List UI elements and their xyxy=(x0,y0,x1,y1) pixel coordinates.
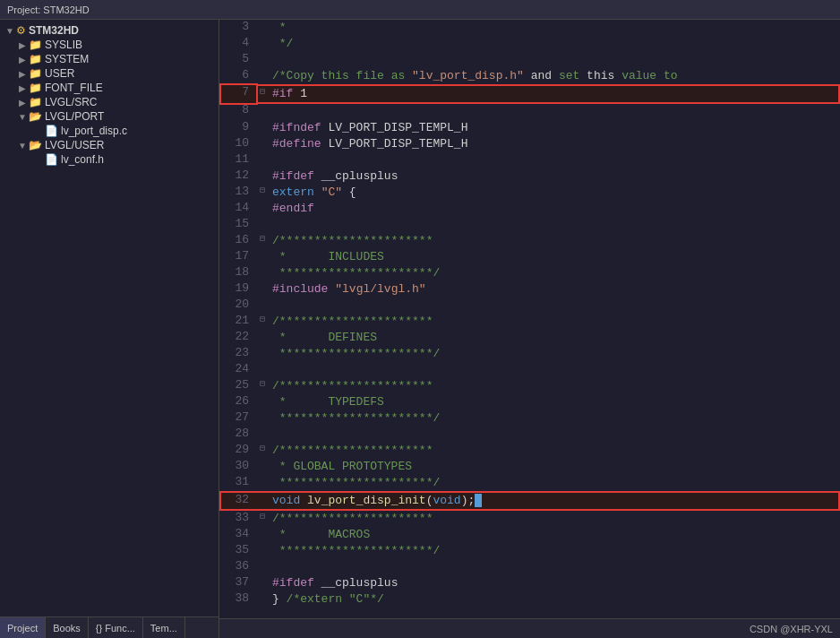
fold-icon[interactable] xyxy=(256,52,269,68)
table-row: 25 ⊟ /********************** xyxy=(220,378,839,394)
fold-icon[interactable] xyxy=(256,559,269,575)
fold-icon[interactable] xyxy=(256,346,269,362)
line-code xyxy=(269,152,839,168)
folder-icon-syslib: 📁 xyxy=(29,39,42,51)
table-row: 15 xyxy=(220,217,839,233)
sidebar-item-lvgl-port[interactable]: ▼ 📂 LVGL/PORT xyxy=(0,109,219,124)
line-number: 7 xyxy=(220,85,256,103)
line-number: 14 xyxy=(220,201,256,217)
fold-icon[interactable] xyxy=(256,459,269,475)
project-icon: ⚙ xyxy=(16,24,26,37)
fold-icon[interactable]: ⊟ xyxy=(256,443,269,459)
sidebar-item-lv-port-disp-c[interactable]: 📄 lv_port_disp.c xyxy=(0,124,219,138)
line-code: extern "C" { xyxy=(269,185,839,201)
table-row: 18 **********************/ xyxy=(220,265,839,281)
table-row: 23 **********************/ xyxy=(220,346,839,362)
fold-icon[interactable] xyxy=(256,394,269,410)
sidebar-label-font-file: FONT_FILE xyxy=(45,82,103,94)
fold-icon[interactable] xyxy=(256,427,269,443)
fold-icon[interactable] xyxy=(256,120,269,136)
fold-icon[interactable] xyxy=(256,543,269,559)
fold-icon[interactable] xyxy=(256,249,269,265)
line-number: 8 xyxy=(220,103,256,120)
fold-icon[interactable] xyxy=(256,591,269,608)
fold-icon[interactable] xyxy=(256,168,269,185)
fold-icon[interactable] xyxy=(256,281,269,297)
line-code: /********************** xyxy=(269,233,839,249)
fold-icon[interactable]: ⊟ xyxy=(256,510,269,527)
tab-template[interactable]: Tem... xyxy=(143,617,185,638)
sidebar: ▼ ⚙ STM32HD ▶ 📁 SYSLIB ▶ 📁 SYSTEM ▶ 📁 xyxy=(0,20,219,638)
tab-project-label: Project xyxy=(7,623,38,634)
line-number: 36 xyxy=(220,559,256,575)
fold-icon[interactable] xyxy=(256,217,269,233)
sidebar-item-font-file[interactable]: ▶ 📁 FONT_FILE xyxy=(0,81,219,95)
tab-project[interactable]: Project xyxy=(0,617,46,638)
sidebar-item-system[interactable]: ▶ 📁 SYSTEM xyxy=(0,52,219,66)
fold-icon[interactable]: ⊟ xyxy=(256,85,269,103)
line-number: 15 xyxy=(220,217,256,233)
fold-icon[interactable] xyxy=(256,36,269,52)
fold-icon[interactable] xyxy=(256,152,269,168)
line-code: #if 1 xyxy=(269,85,839,103)
table-row: 32 void lv_port_disp_init(void); xyxy=(220,492,839,510)
fold-icon[interactable]: ⊟ xyxy=(256,185,269,201)
status-bar: CSDN @XHR-YXL xyxy=(219,618,840,638)
line-number: 10 xyxy=(220,136,256,152)
line-code: * TYPEDEFS xyxy=(269,394,839,410)
line-code xyxy=(269,362,839,378)
fold-icon[interactable] xyxy=(256,475,269,492)
table-row: 27 **********************/ xyxy=(220,410,839,427)
sidebar-item-lvgl-src[interactable]: ▶ 📁 LVGL/SRC xyxy=(0,95,219,109)
sidebar-label-user: USER xyxy=(45,67,74,80)
file-icon-lv-port-disp-c: 📄 xyxy=(45,125,58,137)
sidebar-label-system: SYSTEM xyxy=(45,53,89,65)
sidebar-item-user[interactable]: ▶ 📁 USER xyxy=(0,66,219,81)
fold-icon[interactable] xyxy=(256,68,269,85)
sidebar-item-lvgl-user[interactable]: ▼ 📂 LVGL/USER xyxy=(0,138,219,152)
table-row: 24 xyxy=(220,362,839,378)
code-scroll[interactable]: 3 * 4 */ 5 xyxy=(219,20,840,618)
fold-icon[interactable] xyxy=(256,362,269,378)
fold-icon[interactable]: ⊟ xyxy=(256,378,269,394)
line-number: 32 xyxy=(220,492,256,510)
line-number: 22 xyxy=(220,330,256,346)
line-number: 23 xyxy=(220,346,256,362)
fold-icon[interactable] xyxy=(256,265,269,281)
tab-books[interactable]: Books xyxy=(46,617,89,638)
line-number: 21 xyxy=(220,314,256,330)
sidebar-item-stm32hd[interactable]: ▼ ⚙ STM32HD xyxy=(0,23,219,38)
line-code: #endif xyxy=(269,201,839,217)
fold-icon[interactable] xyxy=(256,410,269,427)
folder-icon-lvgl-user: 📂 xyxy=(29,139,42,151)
line-code xyxy=(269,427,839,443)
sidebar-label-lv-port-disp-c: lv_port_disp.c xyxy=(61,125,127,137)
fold-icon[interactable] xyxy=(256,103,269,120)
tab-func[interactable]: {} Func... xyxy=(89,617,143,638)
line-code: * xyxy=(269,20,839,36)
fold-icon[interactable]: ⊟ xyxy=(256,233,269,249)
expand-icon-system: ▶ xyxy=(16,55,29,65)
line-number: 31 xyxy=(220,475,256,492)
fold-icon[interactable]: ⊟ xyxy=(256,314,269,330)
fold-icon[interactable] xyxy=(256,297,269,314)
line-code: **********************/ xyxy=(269,543,839,559)
fold-icon[interactable] xyxy=(256,575,269,591)
fold-icon[interactable] xyxy=(256,20,269,36)
table-row: 34 * MACROS xyxy=(220,527,839,543)
sidebar-item-lv-conf-h[interactable]: 📄 lv_conf.h xyxy=(0,152,219,167)
title-bar-text: Project: STM32HD xyxy=(7,4,90,15)
fold-icon[interactable] xyxy=(256,136,269,152)
fold-icon[interactable] xyxy=(256,330,269,346)
fold-icon[interactable] xyxy=(256,492,269,510)
line-number: 16 xyxy=(220,233,256,249)
sidebar-label-lvgl-src: LVGL/SRC xyxy=(45,96,97,108)
line-number: 28 xyxy=(220,427,256,443)
expand-icon-lvgl-src: ▶ xyxy=(16,98,29,108)
line-number: 30 xyxy=(220,459,256,475)
fold-icon[interactable] xyxy=(256,201,269,217)
fold-icon[interactable] xyxy=(256,527,269,543)
table-row: 14 #endif xyxy=(220,201,839,217)
line-number: 12 xyxy=(220,168,256,185)
sidebar-item-syslib[interactable]: ▶ 📁 SYSLIB xyxy=(0,38,219,52)
